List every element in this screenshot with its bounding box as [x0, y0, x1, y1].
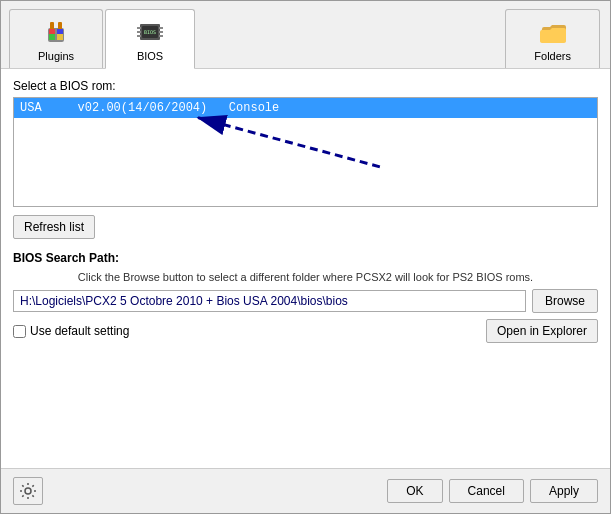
svg-rect-15: [159, 35, 163, 37]
use-default-label[interactable]: Use default setting: [13, 324, 129, 338]
main-content: Select a BIOS rom: USA v02.00(14/06/2004…: [1, 69, 610, 468]
config-dialog: Plugins BIOS: [0, 0, 611, 514]
search-path-label: BIOS Search Path:: [13, 251, 598, 265]
svg-rect-7: [57, 34, 63, 40]
bios-path-input[interactable]: [13, 290, 526, 312]
svg-rect-4: [49, 29, 55, 34]
tab-folders[interactable]: Folders: [505, 9, 600, 68]
bios-list[interactable]: USA v02.00(14/06/2004) Console: [13, 97, 598, 207]
refresh-list-button[interactable]: Refresh list: [13, 215, 95, 239]
tab-folders-label: Folders: [534, 50, 571, 62]
tab-plugins-label: Plugins: [38, 50, 74, 62]
svg-rect-1: [50, 22, 54, 30]
bottom-left: [13, 477, 43, 505]
apply-button[interactable]: Apply: [530, 479, 598, 503]
ok-button[interactable]: OK: [387, 479, 442, 503]
path-row: Browse: [13, 289, 598, 313]
browse-button[interactable]: Browse: [532, 289, 598, 313]
svg-text:BIOS: BIOS: [144, 29, 156, 35]
use-default-text: Use default setting: [30, 324, 129, 338]
default-row: Use default setting Open in Explorer: [13, 319, 598, 343]
settings-icon-button[interactable]: [13, 477, 43, 505]
bios-list-container: USA v02.00(14/06/2004) Console: [13, 97, 598, 215]
tab-plugins[interactable]: Plugins: [9, 9, 103, 68]
plugins-icon: [40, 16, 72, 48]
bios-icon: BIOS: [134, 16, 166, 48]
svg-rect-10: [137, 27, 141, 29]
cancel-button[interactable]: Cancel: [449, 479, 524, 503]
bios-list-label: Select a BIOS rom:: [13, 79, 598, 93]
svg-rect-13: [159, 27, 163, 29]
open-in-explorer-button[interactable]: Open in Explorer: [486, 319, 598, 343]
svg-point-19: [25, 488, 31, 494]
tab-bios-label: BIOS: [137, 50, 163, 62]
settings-icon: [19, 482, 37, 500]
svg-rect-11: [137, 31, 141, 33]
svg-rect-6: [49, 34, 55, 40]
svg-rect-5: [57, 29, 63, 34]
bios-item-text: USA v02.00(14/06/2004) Console: [20, 101, 279, 115]
search-path-hint: Click the Browse button to select a diff…: [13, 271, 598, 283]
svg-rect-14: [159, 31, 163, 33]
svg-rect-12: [137, 35, 141, 37]
bios-list-item[interactable]: USA v02.00(14/06/2004) Console: [14, 98, 597, 118]
svg-rect-2: [58, 22, 62, 30]
bottom-right: OK Cancel Apply: [387, 479, 598, 503]
bottom-bar: OK Cancel Apply: [1, 468, 610, 513]
tab-bios[interactable]: BIOS BIOS: [105, 9, 195, 69]
tab-bar: Plugins BIOS: [1, 1, 610, 69]
folders-icon: [537, 16, 569, 48]
use-default-checkbox[interactable]: [13, 325, 26, 338]
